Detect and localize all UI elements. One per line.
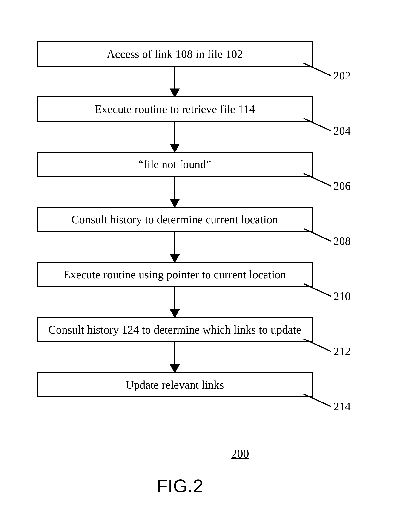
figure-caption: FIG.2 xyxy=(156,475,203,497)
arrow-212-214 xyxy=(0,0,393,532)
figure-number: 200 xyxy=(231,447,249,460)
flowchart-canvas: Access of link 108 in file 102 Execute r… xyxy=(0,0,393,532)
